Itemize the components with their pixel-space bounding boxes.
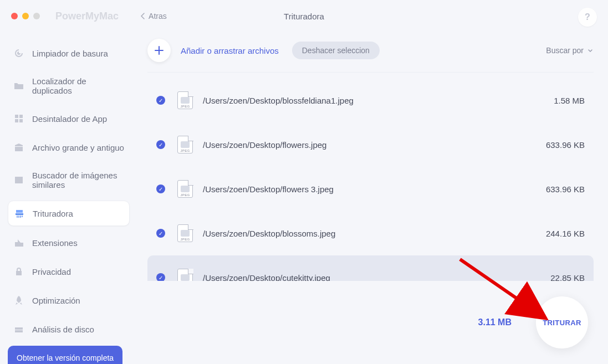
titlebar: PowerMyMac Atras Trituradora ? [0, 0, 608, 32]
sidebar-item-radar[interactable]: Limpiador de basura [8, 41, 130, 65]
file-checkbox[interactable]: ✓ [156, 140, 165, 149]
file-size: 633.96 KB [546, 184, 585, 194]
file-row[interactable]: ✓JPEG/Users/zoen/Desktop/flowers 3.jpeg6… [147, 167, 594, 211]
file-checkbox[interactable]: ✓ [156, 273, 165, 281]
toolbar: Añadir o arrastrar archivos Deshacer sel… [147, 39, 594, 62]
sidebar-item-label: Buscador de imágenes similares [32, 171, 124, 189]
sidebar-item-label: Extensiones [32, 238, 78, 248]
total-size: 3.11 MB [478, 317, 512, 327]
radar-icon [13, 48, 24, 59]
divider [147, 72, 594, 73]
sidebar-item-label: Localizador de duplicados [32, 76, 124, 95]
shred-button[interactable]: TRITURAR [536, 296, 588, 348]
search-by-dropdown[interactable]: Buscar por [546, 46, 594, 55]
jpeg-file-icon: JPEG [177, 91, 193, 109]
sidebar-item-rocket[interactable]: Optimización [8, 288, 130, 312]
sidebar: Limpiador de basuraLocalizador de duplic… [0, 32, 137, 364]
sidebar-item-box[interactable]: Archivo grande y antiguo [8, 135, 130, 160]
box-icon [13, 142, 24, 153]
sidebar-item-shredder[interactable]: Trituradora [8, 201, 130, 226]
file-list: ✓JPEG/Users/zoen/Desktop/blossfeldiana1.… [147, 78, 594, 281]
undo-selection-button[interactable]: Deshacer seleccion [292, 42, 380, 59]
maximize-window-button[interactable] [33, 13, 40, 19]
jpeg-file-icon: JPEG [177, 180, 193, 198]
disk-icon [13, 324, 24, 335]
file-checkbox[interactable]: ✓ [156, 184, 165, 193]
file-size: 633.96 KB [546, 140, 585, 150]
file-size: 1.58 MB [554, 96, 585, 105]
file-size: 22.85 KB [550, 273, 585, 281]
plus-icon [154, 45, 165, 56]
file-row[interactable]: ✓JPEG/Users/zoen/Desktop/blossoms.jpeg24… [147, 211, 594, 255]
footer: 3.11 MB TRITURAR [147, 281, 594, 364]
sidebar-item-image[interactable]: Buscador de imágenes similares [8, 164, 130, 196]
file-path: /Users/zoen/Desktop/blossoms.jpeg [203, 229, 335, 238]
image-icon [13, 175, 24, 186]
add-files-label: Añadir o arrastrar archivos [181, 46, 279, 55]
jpeg-file-icon: JPEG [177, 224, 193, 242]
lock-icon [13, 266, 24, 277]
sidebar-item-label: Trituradora [33, 209, 73, 218]
rocket-icon [13, 295, 24, 306]
sidebar-item-label: Archivo grande y antiguo [32, 143, 124, 152]
folder-icon [13, 80, 24, 91]
search-by-label: Buscar por [546, 46, 584, 55]
sidebar-item-lock[interactable]: Privacidad [8, 259, 130, 284]
sidebar-item-label: Privacidad [32, 267, 71, 276]
jpeg-file-icon: JPEG [177, 269, 193, 281]
chevron-left-icon [141, 13, 145, 19]
file-row[interactable]: ✓JPEG/Users/zoen/Desktop/blossfeldiana1.… [147, 78, 594, 122]
apps-icon [13, 113, 24, 124]
file-path: /Users/zoen/Desktop/cutekitty.jpeg [203, 273, 330, 281]
file-row[interactable]: ✓JPEG/Users/zoen/Desktop/flowers.jpeg633… [147, 122, 594, 167]
shredder-icon [14, 208, 25, 219]
page-title: Trituradora [284, 12, 324, 21]
back-label: Atras [149, 12, 167, 20]
file-path: /Users/zoen/Desktop/flowers 3.jpeg [203, 184, 334, 194]
help-button[interactable]: ? [578, 8, 597, 27]
sidebar-item-extension[interactable]: Extensiones [8, 230, 130, 255]
file-path: /Users/zoen/Desktop/blossfeldiana1.jpeg [203, 96, 354, 105]
add-files-button[interactable] [147, 39, 171, 62]
sidebar-item-label: Limpiador de basura [32, 49, 108, 58]
extension-icon [13, 237, 24, 248]
get-full-version-button[interactable]: Obtener la versión completa [8, 346, 122, 364]
minimize-window-button[interactable] [22, 13, 29, 19]
sidebar-item-disk[interactable]: Análisis de disco [8, 317, 130, 341]
sidebar-item-apps[interactable]: Desintalador de App [8, 106, 130, 131]
file-size: 244.16 KB [546, 229, 585, 238]
file-checkbox[interactable]: ✓ [156, 229, 165, 238]
sidebar-item-label: Desintalador de App [32, 114, 107, 124]
chevron-down-icon [587, 47, 594, 54]
file-checkbox[interactable]: ✓ [156, 96, 165, 105]
close-window-button[interactable] [11, 13, 18, 19]
jpeg-file-icon: JPEG [177, 136, 193, 153]
sidebar-item-folder[interactable]: Localizador de duplicados [8, 70, 130, 102]
sidebar-item-label: Optimización [32, 296, 80, 305]
main-panel: Añadir o arrastrar archivos Deshacer sel… [137, 32, 608, 364]
sidebar-item-label: Análisis de disco [32, 325, 94, 334]
window-controls [11, 13, 40, 19]
back-button[interactable]: Atras [141, 12, 167, 20]
file-path: /Users/zoen/Desktop/flowers.jpeg [203, 140, 326, 150]
app-name: PowerMyMac [55, 11, 119, 22]
file-row[interactable]: ✓JPEG/Users/zoen/Desktop/cutekitty.jpeg2… [147, 255, 594, 281]
